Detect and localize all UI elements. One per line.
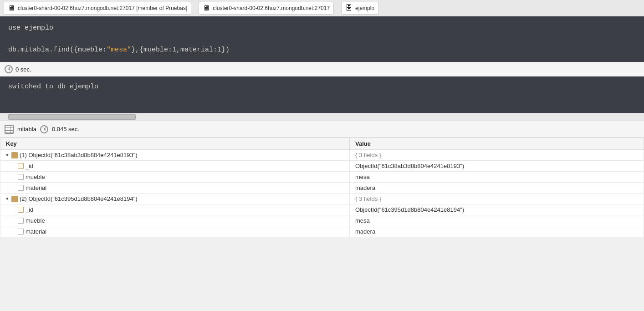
code-line-2 bbox=[8, 34, 636, 45]
table-row: mueblemesa bbox=[0, 215, 644, 226]
value-cell: madera bbox=[350, 183, 644, 194]
field-icon bbox=[18, 185, 24, 191]
field-icon bbox=[18, 174, 24, 180]
server-icon: 🖥 bbox=[8, 4, 15, 12]
horizontal-scrollbar[interactable] bbox=[0, 113, 644, 121]
value-cell: mesa bbox=[350, 172, 644, 183]
code-string: "mesa" bbox=[107, 46, 131, 54]
value-cell: ObjectId("61c395d1d8b804e4241e8194") bbox=[350, 204, 644, 215]
key-label: mueble bbox=[26, 173, 45, 180]
tab-db[interactable]: 🗄 ejemplo bbox=[341, 2, 378, 15]
value-cell: ObjectId("61c38ab3d8b804e4241e8193") bbox=[350, 161, 644, 172]
tab-bar: 🖥 cluster0-shard-00-02.6huz7.mongodb.net… bbox=[0, 0, 644, 16]
key-label: (2) ObjectId("61c395d1d8b804e4241e8194") bbox=[20, 195, 138, 202]
table-row[interactable]: ▾(2) ObjectId("61c395d1d8b804e4241e8194"… bbox=[0, 194, 644, 204]
col-key: Key bbox=[0, 138, 350, 150]
code-prefix: db.mitabla.find({mueble: bbox=[8, 46, 107, 54]
tab-monitor-label: cluster0-shard-00-02.6huz7.mongodb.net:2… bbox=[213, 5, 330, 11]
key-label: material bbox=[26, 184, 46, 191]
value-cell: { 3 fields } bbox=[350, 194, 644, 204]
code-editor[interactable]: use ejemplo db.mitabla.find({mueble:"mes… bbox=[0, 16, 644, 62]
key-label: (1) ObjectId("61c38ab3d8b804e4241e8193") bbox=[20, 152, 138, 158]
table-row: mueblemesa bbox=[0, 172, 644, 183]
output-line-1: switched to db ejemplo bbox=[8, 83, 636, 91]
key-label: _id bbox=[26, 206, 33, 213]
expand-arrow[interactable]: ▾ bbox=[6, 196, 9, 202]
tab-server-label: cluster0-shard-00-02.6huz7.mongodb.net:2… bbox=[18, 5, 187, 11]
expand-arrow[interactable]: ▾ bbox=[6, 152, 9, 158]
key-icon bbox=[18, 163, 24, 169]
doc-icon bbox=[11, 196, 18, 202]
code-line-3: db.mitabla.find({mueble:"mesa"},{mueble:… bbox=[8, 45, 636, 56]
table-name: mitabla bbox=[17, 126, 36, 133]
code-line-1: use ejemplo bbox=[8, 23, 636, 34]
grid-icon bbox=[5, 125, 14, 134]
monitor-icon: 🖥 bbox=[203, 4, 210, 12]
table-query-time: 0.045 sec. bbox=[52, 126, 79, 133]
table-header-bar: mitabla 0.045 sec. bbox=[0, 121, 644, 138]
db-icon: 🗄 bbox=[345, 4, 353, 12]
value-cell: { 3 fields } bbox=[350, 150, 644, 161]
scroll-thumb[interactable] bbox=[8, 114, 136, 120]
clock-icon-2 bbox=[40, 125, 48, 133]
doc-icon bbox=[11, 152, 18, 158]
col-value: Value bbox=[350, 138, 644, 150]
table-row: _idObjectId("61c395d1d8b804e4241e8194") bbox=[0, 204, 644, 215]
key-label: mueble bbox=[26, 217, 45, 224]
field-icon bbox=[18, 218, 24, 224]
value-cell: mesa bbox=[350, 215, 644, 226]
code-suffix: },{mueble:1,material:1}) bbox=[131, 46, 230, 54]
table-row: materialmadera bbox=[0, 183, 644, 194]
tab-db-label: ejemplo bbox=[355, 5, 374, 11]
key-icon bbox=[18, 207, 24, 213]
key-label: _id bbox=[26, 163, 33, 169]
status-bar-1: 0 sec. bbox=[0, 62, 644, 76]
table-row[interactable]: ▾(1) ObjectId("61c38ab3d8b804e4241e8193"… bbox=[0, 150, 644, 161]
results-table: Key Value ▾(1) ObjectId("61c38ab3d8b804e… bbox=[0, 138, 644, 237]
table-row: _idObjectId("61c38ab3d8b804e4241e8193") bbox=[0, 161, 644, 172]
table-header-row: Key Value bbox=[0, 138, 644, 150]
tab-monitor[interactable]: 🖥 cluster0-shard-00-02.6huz7.mongodb.net… bbox=[199, 2, 334, 15]
status-time-1: 0 sec. bbox=[15, 66, 31, 73]
clock-icon-1 bbox=[5, 65, 13, 73]
tab-server[interactable]: 🖥 cluster0-shard-00-02.6huz7.mongodb.net… bbox=[4, 2, 191, 15]
field-icon bbox=[18, 229, 24, 235]
key-label: material bbox=[26, 228, 46, 235]
value-cell: madera bbox=[350, 226, 644, 237]
output-area: switched to db ejemplo bbox=[0, 76, 644, 113]
table-row: materialmadera bbox=[0, 226, 644, 237]
